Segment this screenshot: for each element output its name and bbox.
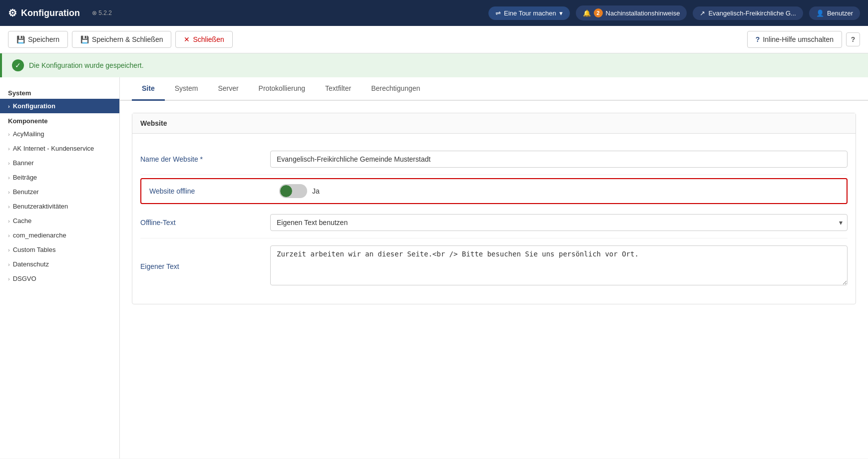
gear-icon: ⚙ [8, 7, 17, 19]
eigener-text-row: Eigener Text Zurzeit arbeiten wir an die… [140, 238, 848, 294]
close-icon: ✕ [184, 35, 190, 43]
offline-text-select-wrap: Eigenen Text benutzen ▾ [270, 214, 848, 231]
tab-system[interactable]: System [165, 77, 208, 101]
sidebar-item-custom-tables[interactable]: › Custom Tables [0, 242, 119, 257]
save-icon: 💾 [16, 35, 25, 43]
toggle-track [279, 184, 307, 198]
sidebar-item-com-medienarche[interactable]: › com_medienarche [0, 228, 119, 242]
sidebar-component-title: Komponente [0, 113, 119, 127]
tab-protokollierung[interactable]: Protokollierung [249, 77, 315, 101]
eigener-text-textarea[interactable]: Zurzeit arbeiten wir an dieser Seite.<br… [270, 245, 848, 285]
sidebar-item-datenschutz[interactable]: › Datenschutz [0, 257, 119, 271]
offline-text-label: Offline-Text [140, 219, 270, 227]
bell-icon: 🔔 [583, 9, 591, 17]
website-section-title: Website [132, 113, 856, 134]
save-close-icon: 💾 [80, 35, 89, 43]
chevron-right-icon: › [8, 189, 10, 195]
chevron-right-icon: › [8, 247, 10, 253]
top-navigation: ⚙ Konfiguration ⊗ 5.2.2 ⇌ Eine Tour mach… [0, 0, 868, 26]
sidebar: System › Konfiguration Komponente › AcyM… [0, 77, 120, 459]
sidebar-item-ak-internet[interactable]: › AK Internet - Kundenservice [0, 141, 119, 156]
external-link-icon: ↗ [700, 9, 705, 17]
website-section-body: Name der Website * Website offline [132, 134, 856, 304]
tour-button[interactable]: ⇌ Eine Tour machen ▾ [488, 6, 570, 20]
website-offline-control: Ja [279, 184, 839, 198]
offline-text-row: Offline-Text Eigenen Text benutzen ▾ [140, 207, 848, 238]
website-name-label: Name der Website * [140, 155, 270, 163]
tab-bar: Site System Server Protokollierung Textf… [120, 77, 868, 101]
external-link-button[interactable]: ↗ Evangelisch-Freikirchliche G... [693, 6, 803, 20]
brand: ⚙ Konfiguration [8, 7, 80, 19]
notification-badge: 2 [594, 8, 603, 17]
chevron-right-icon: › [8, 175, 10, 181]
sidebar-item-benutzer[interactable]: › Benutzer [0, 185, 119, 199]
help-circle-icon: ? [756, 35, 760, 43]
sidebar-item-konfiguration[interactable]: › Konfiguration [0, 99, 119, 113]
chevron-right-icon: › [8, 103, 10, 109]
sidebar-system-title: System [0, 85, 119, 99]
sidebar-item-beitraege[interactable]: › Beiträge [0, 170, 119, 185]
close-button[interactable]: ✕ Schließen [175, 31, 232, 48]
success-message: Die Konfiguration wurde gespeichert. [29, 61, 144, 69]
website-name-control [270, 151, 848, 168]
offline-text-control: Eigenen Text benutzen ▾ [270, 214, 848, 231]
filter-icon: ⇌ [495, 9, 501, 17]
sidebar-item-banner[interactable]: › Banner [0, 156, 119, 170]
notifications-button[interactable]: 🔔 2 Nachinstallationshinweise [576, 5, 687, 20]
eigener-text-control: Zurzeit arbeiten wir an dieser Seite.<br… [270, 245, 848, 287]
offline-text-select[interactable]: Eigenen Text benutzen [270, 214, 848, 231]
offline-toggle-label: Ja [312, 187, 320, 195]
chevron-right-icon: › [8, 276, 10, 282]
tab-site[interactable]: Site [132, 77, 165, 101]
user-menu-button[interactable]: 👤 Benutzer [809, 6, 860, 20]
sidebar-item-acymailing[interactable]: › AcyMailing [0, 127, 119, 141]
website-offline-row: Website offline Ja [140, 178, 848, 204]
chevron-right-icon: › [8, 146, 10, 152]
offline-toggle[interactable] [279, 184, 307, 198]
form-content: Website Name der Website * Website offli… [120, 101, 868, 326]
chevron-right-icon: › [8, 204, 10, 210]
toggle-thumb [280, 185, 293, 198]
joomla-icon: ⊗ [92, 9, 97, 16]
success-banner: ✓ Die Konfiguration wurde gespeichert. [0, 53, 868, 77]
help-q-button[interactable]: ? [846, 32, 860, 46]
user-icon: 👤 [816, 9, 824, 17]
sidebar-item-benutzeraktivitaeten[interactable]: › Benutzeraktivitäten [0, 199, 119, 214]
sidebar-item-cache[interactable]: › Cache [0, 214, 119, 228]
website-name-input[interactable] [270, 151, 848, 168]
inline-help-button[interactable]: ? Inline-Hilfe umschalten [747, 31, 842, 48]
tab-server[interactable]: Server [208, 77, 248, 101]
success-icon: ✓ [12, 59, 24, 71]
toolbar: 💾 Speichern 💾 Speichern & Schließen ✕ Sc… [0, 26, 868, 53]
chevron-right-icon: › [8, 261, 10, 267]
tab-textfilter[interactable]: Textfilter [315, 77, 361, 101]
brand-label: Konfiguration [21, 8, 80, 18]
chevron-right-icon: › [8, 131, 10, 137]
chevron-right-icon: › [8, 232, 10, 238]
eigener-text-label: Eigener Text [140, 262, 270, 270]
chevron-right-icon: › [8, 218, 10, 224]
save-button[interactable]: 💾 Speichern [8, 31, 68, 48]
website-section: Website Name der Website * Website offli… [132, 113, 856, 304]
save-close-button[interactable]: 💾 Speichern & Schließen [72, 31, 171, 48]
sidebar-item-dsgvo[interactable]: › DSGVO [0, 271, 119, 286]
main-layout: System › Konfiguration Komponente › AcyM… [0, 77, 868, 459]
website-name-row: Name der Website * [140, 144, 848, 175]
chevron-down-icon: ▾ [559, 9, 563, 17]
content-area: Site System Server Protokollierung Textf… [120, 77, 868, 459]
chevron-right-icon: › [8, 160, 10, 166]
version-badge: ⊗ 5.2.2 [92, 9, 112, 16]
tab-berechtigungen[interactable]: Berechtigungen [361, 77, 430, 101]
website-offline-label: Website offline [149, 187, 279, 195]
